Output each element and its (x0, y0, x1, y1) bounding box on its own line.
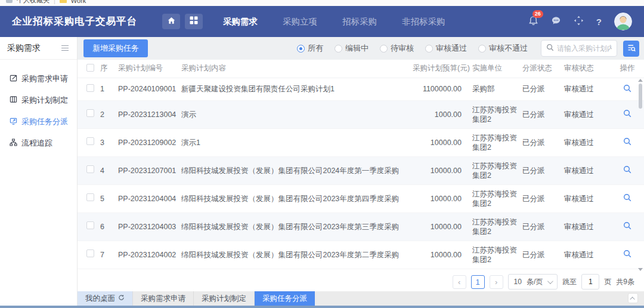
search-input[interactable] (557, 44, 612, 53)
sidebar-item-plan-make[interactable]: 采购计划制定 (0, 90, 77, 111)
tab-task-dispatch[interactable]: 采购任务分派 (255, 291, 315, 306)
add-task-button[interactable]: 新增采购任务 (83, 39, 148, 57)
cell-audit-status: 审核通过 (562, 184, 611, 212)
cell-plan-code: PP-20231204003 (116, 212, 179, 241)
filter-radio-pending-audit[interactable]: 待审核 (380, 43, 414, 54)
header-quick-actions (162, 14, 203, 29)
favorites-label[interactable]: 个人收藏夹 (17, 0, 49, 5)
cell-budget: 1100000.00 (410, 78, 470, 100)
jump-label: 跳至 (562, 277, 577, 287)
sidebar-item-demand-apply[interactable]: 采购需求申请 (0, 68, 77, 90)
home-button[interactable] (162, 14, 180, 29)
row-checkbox[interactable] (86, 137, 94, 145)
sidebar-item-process-track[interactable]: 流程追踪 (0, 133, 77, 154)
sidebar-item-label: 采购需求申请 (21, 73, 68, 84)
next-page-button[interactable]: › (490, 275, 503, 289)
prev-page-button[interactable]: ‹ (453, 275, 466, 289)
user-avatar[interactable] (614, 13, 632, 30)
view-detail-button[interactable] (622, 248, 633, 261)
cell-seq: 4 (98, 156, 116, 184)
view-detail-button[interactable] (622, 164, 633, 177)
bottom-tab-bar: 我的桌面 采购需求申请 采购计划制定 采购任务分派 (78, 291, 644, 306)
cell-budget: 10000.00 (410, 156, 470, 184)
nav-item-non-bidding-procurement[interactable]: 非招标采购 (402, 16, 445, 27)
scrollbar-up-arrow-icon[interactable] (638, 79, 643, 82)
row-checkbox[interactable] (86, 165, 94, 173)
page-size-value: 10 (514, 278, 522, 286)
messages-button[interactable] (551, 16, 561, 28)
nav-item-bidding-procurement[interactable]: 招标采购 (342, 16, 377, 27)
view-detail-button[interactable] (622, 192, 633, 205)
apps-grid-button[interactable] (185, 14, 203, 29)
cell-plan-code: PP-20231209002 (116, 128, 179, 156)
nav-item-procurement-initiation[interactable]: 采购立项 (283, 16, 317, 27)
cell-audit-status: 审核通过 (562, 241, 611, 269)
scrollbar-thumb[interactable] (639, 84, 642, 109)
cell-plan-content: 新疆天聚建设投资集团有限责任公司采购计划1 (179, 78, 410, 100)
work-folder-label[interactable]: Work (71, 0, 86, 4)
notification-bell-button[interactable]: 26 (528, 16, 538, 28)
notification-badge: 26 (532, 10, 543, 18)
cell-plan-code: PP-20231204004 (116, 184, 179, 212)
flowchart-icon (10, 138, 17, 148)
nav-item-procurement-demand[interactable]: 采购需求 (223, 16, 258, 27)
cell-implement-unit: 江苏苏海投资集团2 (470, 100, 520, 128)
dispatch-window-icon (10, 117, 17, 127)
sidebar-collapse-button[interactable] (60, 44, 70, 53)
filter-radio-all[interactable]: 所有 (297, 43, 323, 54)
current-page-button[interactable]: 1 (471, 275, 485, 289)
cell-seq: 2 (98, 100, 116, 128)
row-checkbox[interactable] (86, 193, 94, 201)
tab-demand-apply[interactable]: 采购需求申请 (133, 291, 194, 306)
filter-radio-audit-passed[interactable]: 审核通过 (425, 43, 467, 54)
scrollbar-down-arrow-icon[interactable] (638, 268, 643, 271)
table-body: 1 PP-20240109001 新疆天聚建设投资集团有限责任公司采购计划1 1… (78, 78, 644, 269)
filter-radio-editing[interactable]: 编辑中 (335, 43, 369, 54)
table-row: 7 PP-20231204002 绵阳科技城发展投资（发展）集团有限公司2023… (78, 241, 644, 269)
sidebar-menu: 采购需求申请 采购计划制定 采购任务分派 (0, 60, 77, 154)
cell-plan-content: 绵阳科技城发展投资（发展）集团有限公司2023年度第四季度采购 (179, 184, 410, 212)
magnifier-icon (623, 85, 631, 94)
radio-icon (425, 45, 433, 53)
procurement-table: 序 采购计划编号 采购计划内容 采购计划预算(元) 实施单位 分派状态 审核状态… (78, 60, 644, 269)
magnifier-icon (623, 110, 631, 119)
table-card: 序 采购计划编号 采购计划内容 采购计划预算(元) 实施单位 分派状态 审核状态… (78, 60, 644, 291)
search-box (541, 40, 617, 57)
filter-label: 审核不通过 (489, 43, 528, 54)
table-scrollbar[interactable] (638, 79, 643, 271)
cell-audit-status: 审核通过 (562, 128, 611, 156)
cell-budget: 10000.00 (410, 241, 470, 269)
radio-icon (297, 45, 305, 53)
advanced-search-button[interactable] (623, 41, 639, 57)
page-size-select[interactable]: 10 条/页 (508, 274, 558, 289)
help-button[interactable]: ? (596, 17, 602, 27)
cell-plan-code: PP-20231204002 (116, 241, 179, 269)
tab-plan-make[interactable]: 采购计划制定 (194, 291, 255, 306)
magnifier-icon (623, 251, 631, 260)
filter-radio-audit-rejected[interactable]: 审核不通过 (478, 43, 528, 54)
move-arrows-icon (574, 16, 584, 28)
row-checkbox[interactable] (86, 109, 94, 117)
column-header-content: 采购计划内容 (179, 60, 410, 78)
cell-audit-status: 审核通过 (562, 156, 611, 184)
view-detail-button[interactable] (622, 220, 633, 233)
jump-page-input[interactable] (581, 274, 599, 289)
row-checkbox[interactable] (86, 84, 94, 92)
view-detail-button[interactable] (622, 83, 633, 96)
cell-plan-content: 演示1 (179, 128, 410, 156)
tab-my-desktop[interactable]: 我的桌面 (78, 291, 133, 306)
search-icon (546, 43, 554, 54)
sidebar-item-task-dispatch[interactable]: 采购任务分派 (0, 111, 77, 133)
magnifier-icon (623, 223, 631, 232)
row-checkbox[interactable] (86, 221, 94, 229)
cell-audit-status: 审核通过 (562, 212, 611, 241)
view-detail-button[interactable] (622, 108, 633, 121)
view-detail-button[interactable] (622, 136, 633, 149)
cell-plan-code: PP-20240109001 (116, 78, 179, 100)
chat-bubble-icon (551, 16, 561, 28)
row-checkbox[interactable] (86, 250, 94, 257)
scroll-top-button[interactable] (628, 293, 638, 303)
sidebar-header: 采购需求 (0, 37, 77, 60)
navigate-button[interactable] (574, 16, 584, 28)
select-all-checkbox[interactable] (86, 64, 94, 72)
